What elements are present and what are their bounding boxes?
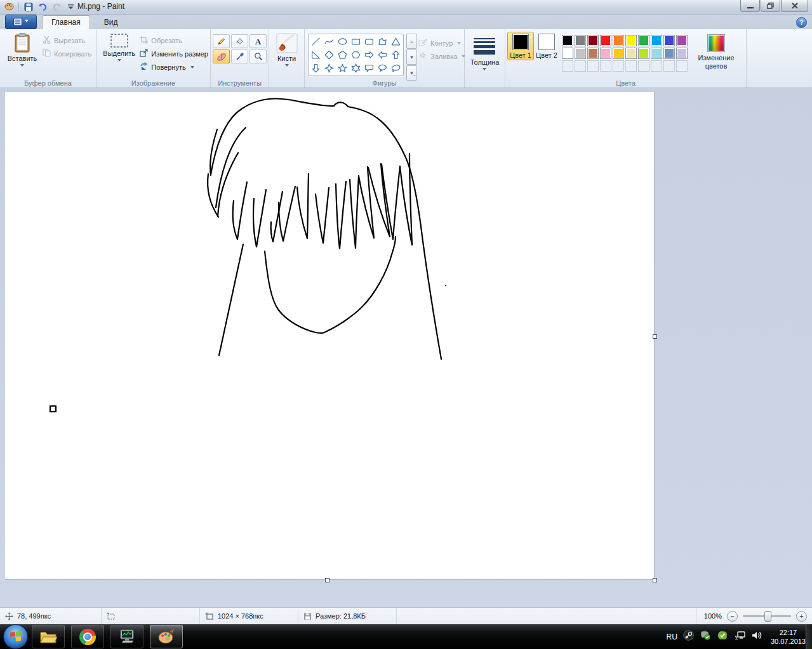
palette-swatch-empty[interactable]	[587, 60, 599, 72]
close-button[interactable]	[781, 0, 808, 12]
tray-antivirus-icon[interactable]	[700, 630, 711, 643]
tray-language-indicator[interactable]: RU	[667, 633, 677, 641]
shape-star-6-icon[interactable]	[349, 62, 363, 75]
palette-swatch[interactable]	[663, 48, 675, 59]
outline-button[interactable]: Контур	[418, 37, 465, 49]
color1-button[interactable]: Цвет 1	[507, 32, 534, 60]
palette-swatch[interactable]	[676, 35, 688, 46]
shape-star-5-icon[interactable]	[336, 62, 349, 75]
palette-swatch[interactable]	[613, 48, 624, 59]
palette-swatch-empty[interactable]	[638, 60, 649, 72]
fill-button[interactable]: Заливка	[418, 50, 465, 62]
select-button[interactable]: Выделить	[98, 32, 140, 65]
undo-button[interactable]	[37, 1, 48, 12]
shape-arrow-up-icon[interactable]	[389, 48, 403, 62]
text-tool-button[interactable]: A	[250, 34, 267, 48]
cut-button[interactable]: Вырезать	[43, 34, 91, 46]
zoom-out-button[interactable]: −	[727, 611, 738, 622]
shape-star-4-icon[interactable]	[323, 62, 336, 75]
taskbar-item-media[interactable]	[110, 625, 143, 648]
tray-network-icon[interactable]	[734, 631, 746, 643]
shape-hexagon-icon[interactable]	[349, 48, 363, 62]
shape-callout-oval-icon[interactable]	[376, 62, 389, 75]
shapes-scroll-up-button[interactable]: ▲	[406, 34, 417, 49]
resize-button[interactable]: Изменить размер	[140, 48, 208, 60]
palette-swatch[interactable]	[676, 48, 688, 59]
palette-swatch[interactable]	[613, 35, 624, 46]
zoom-slider[interactable]	[743, 615, 791, 617]
copy-button[interactable]: Копировать	[43, 48, 91, 60]
shape-curve-icon[interactable]	[323, 35, 336, 48]
canvas-resize-handle-bottom[interactable]	[325, 578, 329, 582]
rotate-button[interactable]: Повернуть	[140, 61, 208, 73]
palette-swatch-empty[interactable]	[562, 60, 573, 72]
palette-swatch-empty[interactable]	[676, 60, 688, 72]
shape-rounded-rectangle-icon[interactable]	[363, 35, 376, 48]
shape-diamond-icon[interactable]	[323, 48, 336, 62]
tab-view[interactable]: Вид	[95, 16, 127, 29]
redo-button[interactable]	[51, 1, 62, 12]
canvas-resize-handle-right[interactable]	[653, 334, 657, 339]
palette-swatch[interactable]	[638, 35, 649, 46]
magnifier-tool-button[interactable]	[250, 49, 267, 63]
palette-swatch-empty[interactable]	[600, 60, 611, 72]
palette-swatch-empty[interactable]	[625, 60, 637, 72]
palette-swatch[interactable]	[625, 35, 637, 46]
paste-button[interactable]: Вставить	[2, 32, 43, 70]
fill-tool-button[interactable]	[231, 34, 248, 48]
shape-polygon-icon[interactable]	[376, 35, 389, 48]
shapes-scroll-down-button[interactable]: ▼	[406, 49, 417, 65]
palette-swatch[interactable]	[587, 35, 599, 46]
taskbar-item-explorer[interactable]	[32, 625, 65, 648]
shape-ellipse-icon[interactable]	[336, 35, 349, 48]
palette-swatch[interactable]	[651, 48, 662, 59]
shapes-more-button[interactable]: ▼̲	[406, 65, 417, 81]
shape-arrow-right-icon[interactable]	[363, 48, 376, 62]
palette-swatch[interactable]	[638, 48, 649, 59]
shape-pentagon-icon[interactable]	[336, 48, 349, 62]
minimize-button[interactable]	[740, 0, 760, 12]
edit-colors-button[interactable]: Изменение цветов	[691, 32, 741, 70]
canvas-resize-handle-corner[interactable]	[653, 578, 657, 582]
shape-arrow-left-icon[interactable]	[376, 48, 389, 62]
zoom-slider-thumb[interactable]	[764, 611, 771, 622]
palette-swatch[interactable]	[600, 35, 611, 46]
pencil-tool-button[interactable]	[213, 34, 230, 48]
taskbar-item-chrome[interactable]	[71, 625, 104, 648]
eraser-tool-button[interactable]	[213, 49, 230, 63]
color2-button[interactable]: Цвет 2	[534, 32, 559, 60]
shape-right-triangle-icon[interactable]	[309, 48, 323, 62]
save-button[interactable]	[23, 1, 34, 12]
palette-swatch-empty[interactable]	[613, 60, 624, 72]
palette-swatch[interactable]	[625, 48, 637, 59]
shape-callout-rounded-icon[interactable]	[363, 62, 376, 75]
palette-swatch[interactable]	[562, 48, 573, 59]
brushes-button[interactable]: Кисти	[274, 32, 300, 70]
tray-steam-icon[interactable]	[683, 630, 694, 643]
palette-swatch[interactable]	[562, 35, 573, 46]
start-button[interactable]	[3, 624, 28, 649]
shape-arrow-down-icon[interactable]	[309, 62, 323, 75]
shape-rectangle-icon[interactable]	[349, 35, 363, 48]
palette-swatch-empty[interactable]	[575, 60, 586, 72]
palette-swatch[interactable]	[651, 35, 662, 46]
show-desktop-button[interactable]	[806, 624, 812, 649]
restore-button[interactable]	[761, 0, 780, 12]
shape-callout-cloud-icon[interactable]	[389, 62, 403, 75]
shape-line-icon[interactable]	[309, 35, 323, 48]
shape-triangle-icon[interactable]	[389, 35, 403, 48]
color-picker-tool-button[interactable]	[231, 49, 248, 63]
app-menu-button[interactable]	[5, 15, 37, 29]
palette-swatch[interactable]	[600, 48, 611, 59]
palette-swatch[interactable]	[575, 35, 586, 46]
tray-messenger-icon[interactable]	[717, 630, 728, 643]
palette-swatch-empty[interactable]	[651, 60, 662, 72]
taskbar-item-paint[interactable]	[150, 625, 183, 648]
help-button[interactable]: ?	[796, 17, 807, 28]
size-button[interactable]: Толщина	[468, 32, 502, 74]
tray-volume-icon[interactable]	[752, 631, 762, 643]
palette-swatch[interactable]	[663, 35, 675, 46]
palette-swatch-empty[interactable]	[663, 60, 675, 72]
palette-swatch[interactable]	[587, 48, 599, 59]
crop-button[interactable]: Обрезать	[140, 34, 208, 46]
